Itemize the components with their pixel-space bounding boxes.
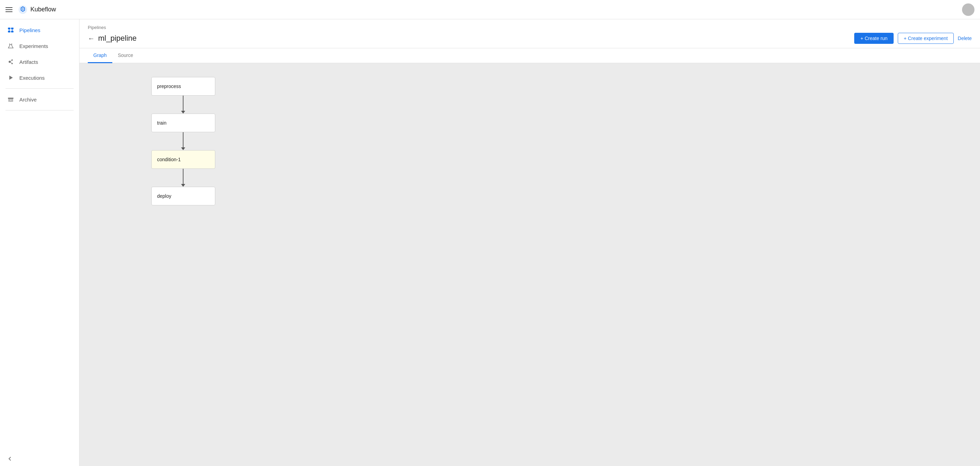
sidebar: Pipelines Experiments Art (0, 19, 80, 466)
graph-node-condition-1[interactable]: condition-1 (151, 150, 215, 169)
app-title: Kubeflow (30, 6, 56, 13)
logo-area: Kubeflow (18, 5, 56, 14)
title-row: ← ml_pipeline + Create run + Create expe… (88, 33, 972, 48)
arrow-head-3 (181, 184, 185, 187)
sidebar-divider-1 (6, 88, 73, 89)
sidebar-item-pipelines-label: Pipelines (19, 27, 40, 33)
svg-point-9 (11, 59, 13, 61)
graph-node-train[interactable]: train (151, 114, 215, 132)
svg-marker-13 (10, 76, 13, 80)
graph-node-deploy[interactable]: deploy (151, 187, 215, 205)
breadcrumb: Pipelines (88, 25, 972, 30)
graph-area[interactable]: preprocess train conditi (80, 63, 980, 466)
graph-arrow-3 (181, 169, 185, 187)
sidebar-item-experiments[interactable]: Experiments (0, 38, 79, 54)
svg-point-10 (11, 63, 13, 64)
svg-rect-2 (11, 28, 13, 29)
archive-icon (7, 96, 14, 103)
page-title: ml_pipeline (98, 34, 137, 43)
hamburger-menu[interactable] (6, 7, 13, 12)
graph-arrow-1 (181, 96, 185, 114)
svg-rect-1 (8, 28, 10, 29)
sidebar-divider-2 (6, 110, 73, 111)
tab-source[interactable]: Source (112, 48, 138, 63)
back-button[interactable]: ← (88, 35, 95, 42)
execution-icon (7, 74, 14, 81)
create-run-button[interactable]: + Create run (854, 33, 894, 44)
arrow-line-2 (183, 132, 183, 147)
sidebar-item-archive[interactable]: Archive (0, 92, 79, 107)
content-area: Pipelines ← ml_pipeline + Create run + C… (80, 19, 980, 466)
kubeflow-logo-icon (18, 5, 28, 14)
experiment-icon (7, 42, 14, 50)
sidebar-item-executions-label: Executions (19, 75, 45, 81)
topbar-left: Kubeflow (6, 5, 56, 14)
delete-button[interactable]: Delete (958, 36, 972, 41)
title-left: ← ml_pipeline (88, 34, 137, 43)
svg-line-11 (11, 60, 11, 62)
create-run-label: + Create run (861, 36, 888, 41)
sidebar-item-executions[interactable]: Executions (0, 70, 79, 86)
arrow-line-1 (183, 96, 183, 111)
svg-rect-4 (11, 31, 13, 32)
sidebar-item-artifacts[interactable]: Artifacts (0, 54, 79, 70)
sidebar-collapse-button[interactable] (0, 452, 79, 466)
sidebar-item-experiments-label: Experiments (19, 43, 48, 49)
arrow-head-1 (181, 111, 185, 114)
svg-point-8 (9, 61, 11, 63)
arrow-head-2 (181, 147, 185, 150)
svg-rect-14 (8, 98, 13, 99)
graph-canvas: preprocess train conditi (80, 63, 287, 219)
tab-graph[interactable]: Graph (88, 48, 112, 63)
sidebar-item-artifacts-label: Artifacts (19, 59, 38, 65)
graph-node-preprocess[interactable]: preprocess (151, 77, 215, 96)
pipeline-icon (7, 26, 14, 34)
title-actions: + Create run + Create experiment Delete (854, 33, 972, 44)
tabs: Graph Source (80, 48, 980, 63)
chevron-left-icon (7, 456, 13, 462)
create-experiment-button[interactable]: + Create experiment (898, 33, 953, 44)
svg-rect-3 (8, 31, 10, 32)
topbar: Kubeflow (0, 0, 980, 19)
artifact-icon (7, 58, 14, 66)
user-avatar[interactable] (962, 3, 974, 16)
sidebar-item-pipelines[interactable]: Pipelines (0, 22, 79, 38)
delete-label: Delete (958, 36, 972, 41)
content-header: Pipelines ← ml_pipeline + Create run + C… (80, 19, 980, 48)
main-layout: Pipelines Experiments Art (0, 19, 980, 466)
sidebar-item-archive-label: Archive (19, 97, 37, 103)
create-experiment-label: + Create experiment (904, 36, 948, 41)
svg-line-12 (11, 62, 11, 63)
arrow-line-3 (183, 169, 183, 184)
graph-arrow-2 (181, 132, 185, 150)
